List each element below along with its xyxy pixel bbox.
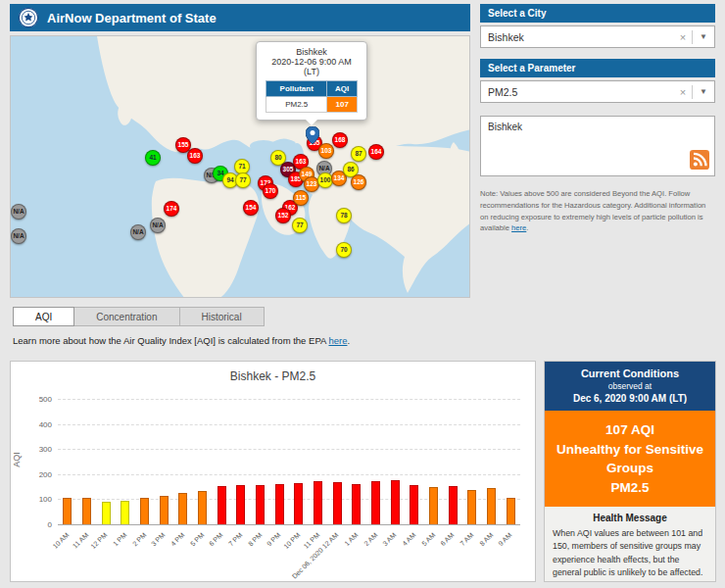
chart-bar[interactable] [507, 498, 515, 524]
aqi-marker[interactable]: 87 [351, 146, 366, 162]
gridline [58, 449, 520, 450]
aqi-map[interactable]: 411551638071N/A3494771731703051631851491… [10, 35, 470, 298]
y-tick-label: 300 [24, 445, 52, 454]
chart-bar[interactable] [121, 501, 129, 524]
aqi-marker[interactable]: 70 [336, 242, 352, 258]
city-select-value: Bishkek [481, 31, 674, 43]
chart-bar[interactable] [198, 491, 207, 524]
parameter-select-value: PM2.5 [481, 86, 674, 98]
bishkek-map-pin[interactable] [306, 126, 319, 148]
note-period: . [526, 223, 528, 232]
gridline [58, 474, 520, 475]
y-tick-label: 200 [24, 470, 52, 479]
popup-aqi-value: 107 [327, 97, 358, 113]
tab-aqi[interactable]: AQI [13, 307, 74, 326]
aqi-marker[interactable]: 78 [336, 208, 352, 223]
y-tick-label: 100 [24, 495, 52, 504]
app-header: AirNow Department of State [10, 4, 470, 31]
parameter-select[interactable]: PM2.5 × ▼ [480, 80, 715, 103]
city-textbox[interactable]: Bishkek [481, 117, 677, 170]
chart-title: Bishkek - PM2.5 [11, 369, 535, 383]
chart-bar[interactable] [140, 498, 149, 524]
map-popup: Bishkek 2020-12-06 9:00 AM (LT) Pollutan… [256, 41, 367, 121]
chart-bar[interactable] [333, 482, 342, 524]
select-parameter-header: Select a Parameter [480, 59, 715, 77]
aqi-marker[interactable]: 168 [332, 132, 348, 148]
tab-concentration[interactable]: Concentration [74, 307, 179, 326]
aqi-marker[interactable]: 170 [263, 183, 278, 199]
health-message-text: When AQI values are between 101 and 150,… [553, 527, 707, 579]
observed-datetime: Dec 6, 2020 9:00 AM (LT) [549, 393, 711, 404]
tab-historical[interactable]: Historical [180, 307, 265, 326]
y-tick-label: 0 [24, 520, 52, 529]
city-select[interactable]: Bishkek × ▼ [480, 25, 715, 48]
chart-bar[interactable] [449, 486, 458, 524]
aqi-marker[interactable]: N/A [130, 224, 146, 240]
aqi-marker[interactable]: 152 [275, 208, 291, 223]
chevron-down-icon[interactable]: ▼ [693, 32, 714, 41]
aqi-value-line: 107 AQI [553, 420, 707, 440]
chart-bar[interactable] [294, 483, 303, 524]
health-message-title: Health Message [553, 513, 707, 523]
page: AirNow Department of State [0, 0, 725, 588]
gridline [58, 399, 520, 400]
chart-bar[interactable] [256, 485, 265, 524]
rss-feed-button[interactable] [690, 150, 709, 170]
note-here-link[interactable]: here [511, 223, 526, 232]
chart-bar[interactable] [63, 498, 72, 524]
aqi-status-box: 107 AQI Unhealthy for Sensitive Groups P… [545, 411, 715, 507]
aqi-category-line: Unhealthy for Sensitive Groups [553, 440, 707, 478]
aqi-marker[interactable]: 164 [368, 144, 384, 160]
current-conditions-title: Current Conditions [549, 368, 711, 379]
chart-bar[interactable] [218, 486, 226, 524]
popup-table: Pollutant AQI PM2.5 107 [266, 80, 358, 113]
y-axis-title: AQI [12, 452, 22, 467]
chart-bar[interactable] [314, 481, 322, 524]
chart-bar[interactable] [391, 480, 400, 524]
chart-bar[interactable] [82, 498, 91, 524]
chart-bar[interactable] [487, 488, 496, 524]
popup-datetime: 2020-12-06 9:00 AM [263, 57, 361, 67]
chart-bar[interactable] [410, 485, 418, 524]
health-message-section: Health Message When AQI values are betwe… [545, 507, 715, 585]
chart-bar[interactable] [352, 484, 361, 524]
chart-bar[interactable] [371, 481, 380, 524]
aqi-marker[interactable]: 126 [351, 174, 366, 190]
gridline [58, 424, 520, 425]
chart-bar[interactable] [275, 484, 284, 524]
chart-plot-area: 010020030040050010 AM11 AM12 PM1 PM2 PM3… [58, 399, 520, 524]
aqi-marker[interactable]: 41 [145, 150, 161, 166]
chart-bar[interactable] [467, 490, 476, 524]
learn-more-here-link[interactable]: here [328, 335, 347, 346]
dos-seal-logo [18, 7, 39, 28]
aqi-pollutant-line: PM2.5 [553, 478, 707, 498]
aqi-marker[interactable]: 174 [164, 201, 179, 217]
chevron-down-icon[interactable]: ▼ [693, 87, 714, 96]
city-textbox-container: Bishkek [480, 116, 715, 176]
aqi-marker[interactable]: 103 [318, 143, 334, 159]
chart-bar[interactable] [178, 493, 187, 524]
popup-city: Bishkek [263, 47, 361, 57]
aqi-marker[interactable]: 77 [292, 218, 308, 233]
aqi-marker[interactable]: 163 [187, 148, 203, 164]
chart-bar[interactable] [236, 485, 245, 524]
aqi-marker[interactable]: N/A [11, 228, 26, 244]
popup-col-pollutant: Pollutant [266, 81, 327, 97]
learn-more-period: . [347, 335, 350, 346]
clear-icon[interactable]: × [674, 31, 692, 43]
chart-bar[interactable] [429, 487, 438, 524]
learn-more-pre: Learn more about how the Air Quality Ind… [13, 335, 328, 346]
aqi-marker[interactable]: 115 [293, 190, 309, 206]
learn-more-text: Learn more about how the Air Quality Ind… [13, 335, 350, 346]
chart-bar[interactable] [160, 496, 169, 524]
aqi-marker[interactable]: 77 [235, 172, 251, 188]
chart-bar[interactable] [102, 502, 111, 524]
popup-tail [306, 120, 317, 125]
select-city-header: Select a City [480, 4, 715, 23]
observed-at-label: observed at [549, 381, 711, 391]
aqi-marker[interactable]: 154 [243, 200, 259, 216]
aqi-marker[interactable]: N/A [11, 204, 26, 220]
current-conditions-panel: Current Conditions observed at Dec 6, 20… [544, 361, 716, 582]
clear-icon[interactable]: × [674, 86, 692, 98]
aqi-marker[interactable]: N/A [150, 218, 166, 233]
